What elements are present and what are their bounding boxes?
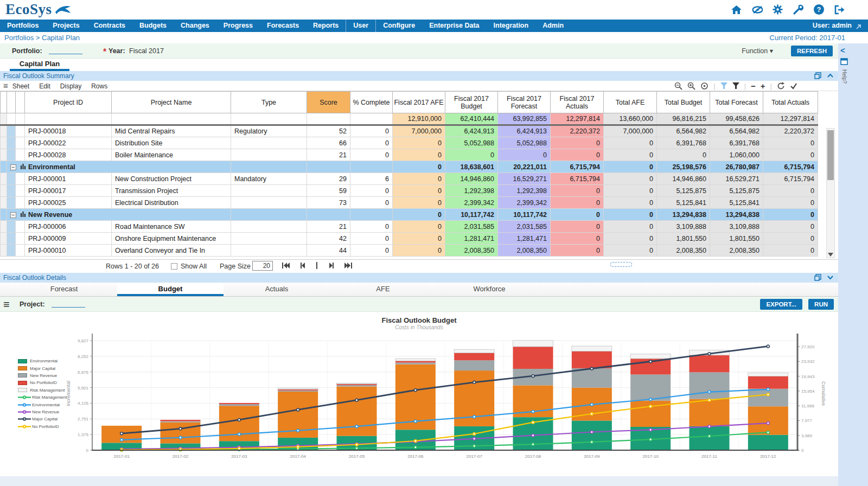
- column-header[interactable]: Total Actuals: [763, 92, 818, 113]
- first-page-icon[interactable]: [282, 263, 290, 270]
- logout-icon[interactable]: [834, 4, 845, 15]
- column-header[interactable]: Type: [231, 92, 307, 113]
- column-header[interactable]: Fiscal 2017 AFE: [393, 92, 445, 113]
- user-label[interactable]: User: admin: [813, 20, 852, 32]
- project-row[interactable]: PRJ-000017Transmission Project59001,292,…: [1, 185, 818, 197]
- nav-item-contracts[interactable]: Contracts: [87, 20, 132, 32]
- tab-budget[interactable]: Budget: [117, 283, 224, 296]
- visibility-icon[interactable]: [751, 4, 763, 15]
- collapse-minus-icon[interactable]: −: [751, 81, 756, 91]
- row-select[interactable]: [7, 125, 16, 137]
- scrollbar-thumb[interactable]: [827, 130, 834, 180]
- project-row[interactable]: PRJ-000025Electrical Distribution73002,3…: [1, 197, 818, 209]
- column-header[interactable]: % Complete: [350, 92, 393, 113]
- project-row[interactable]: PRJ-000006Road Maintenance SW21002,031,5…: [1, 221, 818, 233]
- row-handle[interactable]: [1, 137, 7, 149]
- filter-icon[interactable]: [732, 82, 739, 89]
- project-row[interactable]: PRJ-000010Overland Conveyor and Tie In44…: [1, 245, 818, 257]
- refresh-button[interactable]: REFRESH: [791, 46, 833, 56]
- column-header[interactable]: Fiscal 2017 Budget: [445, 92, 498, 113]
- tab-actuals[interactable]: Actuals: [224, 283, 330, 296]
- column-header[interactable]: Total AFE: [604, 92, 657, 113]
- home-icon[interactable]: [731, 4, 742, 15]
- collapse-left-icon[interactable]: <: [840, 46, 845, 55]
- group-row[interactable]: −Environmental018,638,60120,221,0116,715…: [1, 161, 818, 173]
- project-row[interactable]: PRJ-000018Mid Central RepairsRegulatory5…: [1, 125, 818, 137]
- row-handle[interactable]: [1, 245, 7, 257]
- portfolio-value-link[interactable]: [49, 47, 82, 54]
- column-header[interactable]: Project Name: [112, 92, 231, 113]
- nav-item-portfolios[interactable]: Portfolios: [0, 20, 46, 32]
- project-row[interactable]: PRJ-000001New Construction ProjectMandat…: [1, 173, 818, 185]
- zoom-out-icon[interactable]: [674, 82, 682, 90]
- menu-item-display[interactable]: Display: [60, 82, 81, 90]
- nav-item-user[interactable]: User: [346, 20, 376, 32]
- row-select[interactable]: [7, 197, 16, 209]
- project-value-link[interactable]: [52, 300, 85, 308]
- next-page-icon[interactable]: [329, 263, 334, 270]
- nav-item-enterprise-data[interactable]: Enterprise Data: [422, 20, 486, 32]
- refresh-grid-icon[interactable]: [777, 82, 785, 90]
- column-header[interactable]: Total Forecast: [710, 92, 763, 113]
- panel-restore-icon[interactable]: [840, 57, 848, 67]
- year-value[interactable]: Fiscal 2017: [129, 47, 164, 55]
- row-handle[interactable]: [1, 125, 7, 137]
- previous-page-icon[interactable]: [301, 263, 305, 270]
- row-handle[interactable]: [1, 233, 7, 245]
- row-select[interactable]: [7, 137, 16, 149]
- row-handle[interactable]: [1, 173, 7, 185]
- nav-item-reports[interactable]: Reports: [306, 20, 346, 32]
- row-select[interactable]: [7, 185, 16, 197]
- row-handle[interactable]: [1, 185, 7, 197]
- column-header[interactable]: Fiscal 2017 Actuals: [551, 92, 604, 113]
- menu-item-sheet[interactable]: Sheet: [12, 82, 29, 90]
- page-size-input[interactable]: 20: [252, 261, 273, 271]
- group-row[interactable]: −New Revenue010,117,74210,117,7420013,29…: [1, 209, 818, 221]
- row-select[interactable]: [7, 173, 16, 185]
- nav-item-progress[interactable]: Progress: [216, 20, 260, 32]
- scrollbar-down-arrow[interactable]: [828, 253, 833, 257]
- column-header[interactable]: Total Budget: [657, 92, 710, 113]
- zoom-in-icon[interactable]: [687, 82, 695, 90]
- tools-icon[interactable]: [793, 4, 804, 15]
- project-row[interactable]: PRJ-000028Boiler Maintenance2100000001,0…: [1, 149, 818, 161]
- breadcrumb[interactable]: Portfolios > Capital Plan: [4, 34, 80, 42]
- nav-item-integration[interactable]: Integration: [487, 20, 536, 32]
- project-row[interactable]: PRJ-000022Distribution Site66005,052,988…: [1, 137, 818, 149]
- nav-item-changes[interactable]: Changes: [174, 20, 216, 32]
- row-handle[interactable]: [1, 221, 7, 233]
- expand-plus-icon[interactable]: +: [761, 81, 765, 91]
- column-header[interactable]: Project ID: [25, 92, 112, 113]
- row-handle[interactable]: [1, 149, 7, 161]
- help-icon[interactable]: ?: [813, 4, 825, 15]
- nav-item-projects[interactable]: Projects: [46, 20, 86, 32]
- row-select[interactable]: [7, 233, 16, 245]
- vertical-scrollbar[interactable]: [826, 128, 835, 258]
- horizontal-scroll-thumb[interactable]: [610, 262, 632, 267]
- details-menu-icon[interactable]: ≡: [3, 298, 10, 311]
- function-dropdown[interactable]: Function ▾: [742, 47, 773, 55]
- nav-item-forecasts[interactable]: Forecasts: [260, 20, 306, 32]
- collapse-group-icon[interactable]: −: [10, 212, 16, 218]
- row-handle[interactable]: [1, 197, 7, 209]
- nav-item-configure[interactable]: Configure: [376, 20, 422, 32]
- filter-active-icon[interactable]: [720, 82, 727, 89]
- run-button[interactable]: RUN: [808, 299, 834, 310]
- apply-check-icon[interactable]: [790, 82, 797, 89]
- nav-item-admin[interactable]: Admin: [535, 20, 571, 32]
- show-all-checkbox[interactable]: [171, 263, 177, 270]
- grid-menu-icon[interactable]: ≡: [3, 81, 8, 90]
- settings-icon[interactable]: [772, 4, 783, 15]
- column-header[interactable]: Score: [307, 92, 350, 113]
- row-select[interactable]: [7, 149, 16, 161]
- nav-item-budgets[interactable]: Budgets: [132, 20, 174, 32]
- column-header[interactable]: Fiscal 2017 Forecast: [498, 92, 551, 113]
- external-arrow-icon[interactable]: [856, 22, 861, 32]
- export-button[interactable]: EXPORT...: [760, 299, 802, 310]
- last-page-icon[interactable]: [344, 263, 352, 270]
- tab-capital-plan[interactable]: Capital Plan: [10, 59, 69, 71]
- row-select[interactable]: [7, 221, 16, 233]
- tab-forecast[interactable]: Forecast: [11, 283, 117, 296]
- menu-item-edit[interactable]: Edit: [39, 82, 50, 90]
- help-tab-label[interactable]: Help?: [841, 69, 847, 84]
